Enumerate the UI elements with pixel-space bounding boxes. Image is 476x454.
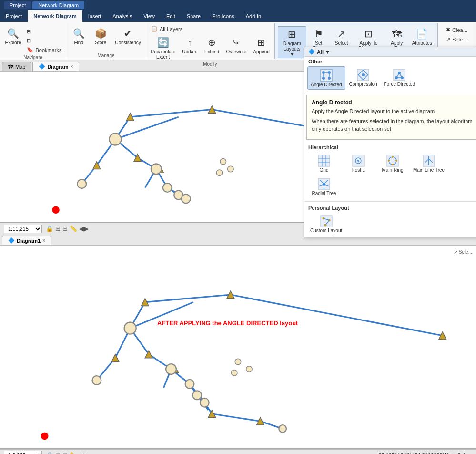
extend-button[interactable]: ⊕ Extend bbox=[202, 35, 223, 55]
project-tab[interactable]: Project bbox=[4, 1, 31, 9]
select-icon: ↗ bbox=[337, 27, 345, 41]
svg-point-73 bbox=[52, 206, 60, 214]
all-layers-button[interactable]: 📋 All Layers bbox=[149, 25, 271, 33]
layers-icon-1[interactable]: ⊞ bbox=[55, 225, 61, 232]
dropdown-item-main-ring[interactable]: Main Ring bbox=[376, 152, 409, 175]
after-applying-text: AFTER APPLYING the ANGLE DIRECTED layout bbox=[157, 320, 298, 327]
update-button[interactable]: ↑ Update bbox=[179, 35, 200, 55]
svg-rect-18 bbox=[318, 155, 330, 166]
explore-icon: 🔍 bbox=[7, 27, 19, 40]
append-button[interactable]: ⊞ Append bbox=[250, 35, 272, 55]
diagrams-container-2: 🔷 Diagram1 × bbox=[0, 234, 476, 454]
store-button[interactable]: 📦 Store bbox=[90, 26, 111, 46]
scale-select-2[interactable]: 1:9,060 bbox=[4, 451, 42, 454]
select-button-right[interactable]: ↗ Sele... bbox=[444, 35, 469, 43]
zoom-to-layer-button[interactable]: ⊟ bbox=[25, 37, 63, 45]
explore-button[interactable]: 🔍 Explore bbox=[2, 26, 24, 46]
ribbon-tab-proicons[interactable]: Pro Icons bbox=[206, 10, 240, 22]
svg-point-69 bbox=[163, 183, 172, 192]
network-diagram-svg-2 bbox=[0, 246, 476, 448]
svg-point-106 bbox=[92, 376, 101, 385]
layers-icon-2[interactable]: ⊞ bbox=[55, 452, 61, 454]
dropdown-section-hierarchical: Hierarchical bbox=[304, 143, 476, 151]
consistency-button[interactable]: ✔ Consistency bbox=[112, 26, 143, 46]
ribbon-tab-addin[interactable]: Add-In bbox=[240, 10, 267, 22]
radial-tree-label: Radial Tree bbox=[312, 191, 336, 196]
ribbon-tab-network-diagram[interactable]: Network Diagram bbox=[28, 10, 82, 22]
grid-icon-1[interactable]: ⊟ bbox=[62, 225, 68, 232]
angle-directed-tooltip: Angle Directed Apply the Angle Directed … bbox=[306, 95, 476, 140]
diagram-tab[interactable]: 🔷 Diagram × bbox=[32, 62, 79, 71]
dropdown-item-custom-layout[interactable]: Custom Layout bbox=[307, 213, 345, 235]
manage1-buttons: 🔍 Find 📦 Store ✔ Consistency bbox=[68, 24, 143, 52]
scale-select-1[interactable]: 1:11,215 bbox=[4, 225, 42, 233]
nav-icon-2[interactable]: ◀▶ bbox=[79, 452, 89, 454]
grid-icon-2[interactable]: ⊟ bbox=[62, 452, 68, 454]
svg-point-104 bbox=[192, 391, 202, 400]
svg-point-72 bbox=[77, 179, 86, 188]
update-icon: ↑ bbox=[187, 36, 192, 49]
overwrite-button[interactable]: ⤷ Overwrite bbox=[223, 35, 250, 55]
find-button[interactable]: 🔍 Find bbox=[68, 26, 89, 46]
lock-icon-2[interactable]: 🔒 bbox=[46, 452, 53, 454]
measure-icon-2[interactable]: 📏 bbox=[70, 452, 77, 454]
diagram-layouts-button[interactable]: ⊞ DiagramLayouts ▼ bbox=[278, 26, 306, 58]
map-tab[interactable]: 🗺 Map bbox=[2, 62, 31, 71]
ribbon-tab-insert[interactable]: Insert bbox=[82, 10, 107, 22]
svg-line-91 bbox=[212, 414, 260, 422]
coords-text-2: 83.1051184°W 34.3166928°N bbox=[379, 452, 448, 454]
title-bar-tabs: Project Network Diagram bbox=[4, 1, 84, 9]
svg-point-28 bbox=[392, 156, 394, 158]
dropdown-item-radial-tree[interactable]: Radial Tree bbox=[307, 175, 341, 198]
coords-dropdown-2[interactable]: ▼ bbox=[450, 452, 456, 454]
ribbon-group-navigate: 🔍 Explore ⊞ ⊟ 🔖 Bookmarks Navigate bbox=[0, 23, 66, 59]
svg-point-102 bbox=[166, 364, 176, 374]
attributes-button[interactable]: 📄 Attributes bbox=[409, 26, 435, 47]
dropdown-item-force-directed[interactable]: Force Directed bbox=[381, 66, 418, 90]
ribbon-tab-view[interactable]: View bbox=[138, 10, 161, 22]
diagram1-tab-close[interactable]: × bbox=[42, 238, 45, 243]
network-diagram-tab[interactable]: Network Diagram bbox=[32, 1, 84, 9]
ribbon-tab-analysis[interactable]: Analysis bbox=[107, 10, 138, 22]
set-flags-icon: ⚑ bbox=[314, 27, 323, 41]
clear-icon: ✖ bbox=[446, 27, 450, 33]
diagram1-tab[interactable]: 🔷 Diagram1 × bbox=[2, 236, 51, 245]
dropdown-item-rest[interactable]: Rest... bbox=[342, 152, 375, 175]
extend-icon: ⊕ bbox=[208, 36, 216, 49]
full-extent-button[interactable]: ⊞ bbox=[25, 28, 63, 36]
all-layers-icon: 📋 bbox=[151, 26, 158, 32]
diagram1-tab-label: Diagram1 bbox=[17, 238, 41, 244]
diagram-tab-close[interactable]: × bbox=[70, 64, 73, 69]
bookmarks-button[interactable]: 🔖 Bookmarks bbox=[25, 46, 63, 54]
consistency-icon: ✔ bbox=[124, 27, 132, 40]
clear-button-right[interactable]: ✖ Clea... bbox=[444, 26, 469, 34]
svg-line-51 bbox=[115, 117, 179, 139]
main-ring-icon bbox=[386, 154, 399, 167]
ribbon-group-modify: 📋 All Layers 🔄 RecalculateExtent ↑ Updat… bbox=[146, 23, 274, 59]
dropdown-item-grid[interactable]: Grid bbox=[307, 152, 341, 175]
recalculate-button[interactable]: 🔄 RecalculateExtent bbox=[148, 35, 178, 61]
selected-indicator-2: ↗ Sele... bbox=[454, 249, 472, 255]
ribbon-tab-project[interactable]: Project bbox=[0, 10, 28, 22]
svg-rect-11 bbox=[394, 69, 405, 81]
dropdown-item-main-line-tree[interactable]: Main Line Tree bbox=[410, 152, 447, 175]
lock-icon-1[interactable]: 🔒 bbox=[46, 225, 53, 232]
dropdown-personal-items: Custom Layout bbox=[304, 212, 476, 237]
apply-maps-icon: 🗺 bbox=[392, 27, 402, 41]
dropdown-item-angle-directed[interactable]: Angle Directed bbox=[307, 66, 345, 90]
dropdown-all-label[interactable]: All ▼ bbox=[317, 49, 330, 55]
svg-line-82 bbox=[231, 295, 443, 336]
ribbon-tab-edit[interactable]: Edit bbox=[161, 10, 181, 22]
ribbon-tab-share[interactable]: Share bbox=[181, 10, 206, 22]
select-button[interactable]: ↗ Select bbox=[331, 26, 352, 47]
tooltip-body-1: Apply the Angle Directed layout to the a… bbox=[312, 108, 473, 115]
nav-icon-1[interactable]: ◀▶ bbox=[79, 225, 89, 232]
measure-icon-1[interactable]: 📏 bbox=[70, 225, 77, 232]
main-line-tree-icon bbox=[422, 154, 435, 167]
dropdown-item-compression[interactable]: Compression bbox=[346, 66, 380, 90]
diagram-layouts-icon: ⊞ bbox=[288, 28, 296, 41]
dropdown-other-items: Angle Directed Compression bbox=[304, 65, 476, 92]
svg-point-29 bbox=[395, 160, 397, 162]
dropdown-section-personal: Personal Layout bbox=[304, 203, 476, 212]
zoom-to-layer-icon: ⊟ bbox=[27, 38, 31, 44]
